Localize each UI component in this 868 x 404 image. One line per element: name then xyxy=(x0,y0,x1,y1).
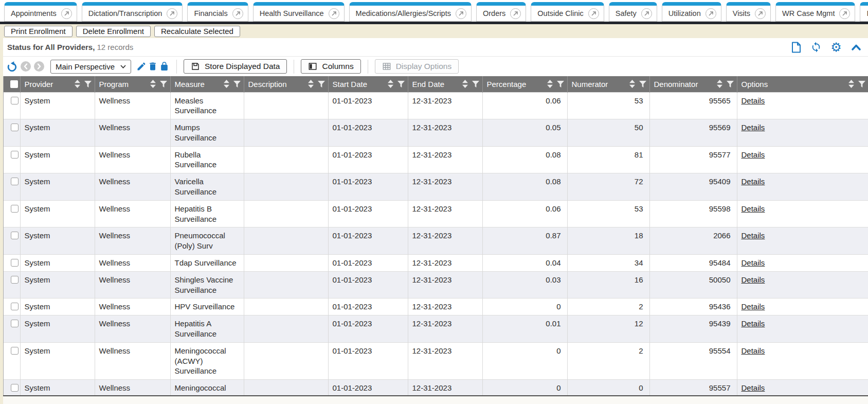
tab[interactable]: Appointments xyxy=(4,2,77,22)
row-checkbox[interactable] xyxy=(11,384,19,392)
row-checkbox[interactable] xyxy=(11,151,19,159)
details-link[interactable]: Details xyxy=(742,275,765,284)
sort-icon[interactable] xyxy=(308,80,314,88)
details-link[interactable]: Details xyxy=(742,319,765,328)
details-link[interactable]: Details xyxy=(742,258,765,267)
row-checkbox[interactable] xyxy=(11,276,19,284)
cell-numerator: 2 xyxy=(567,342,649,379)
perspective-select[interactable]: Main Perspective xyxy=(50,60,131,74)
row-checkbox[interactable] xyxy=(11,320,19,327)
table-row: System Wellness Tdap Surveillance 01-01-… xyxy=(4,255,868,272)
open-in-new-icon[interactable] xyxy=(61,8,72,19)
delete-enrollment-button[interactable]: Delete Enrollment xyxy=(76,26,151,37)
row-checkbox[interactable] xyxy=(11,205,19,213)
sort-icon[interactable] xyxy=(462,80,468,88)
edit-pencil-icon[interactable] xyxy=(136,61,147,72)
open-in-new-icon[interactable] xyxy=(588,8,599,19)
settings-gear-icon[interactable]: ⚙ xyxy=(830,42,842,53)
horizontal-scrollbar[interactable] xyxy=(0,395,868,404)
tab[interactable]: Utilization xyxy=(662,2,721,22)
row-checkbox[interactable] xyxy=(11,259,19,267)
details-link[interactable]: Details xyxy=(742,150,765,159)
sort-icon[interactable] xyxy=(388,80,393,88)
header-program[interactable]: Program xyxy=(95,76,170,92)
filter-funnel-icon[interactable] xyxy=(727,81,734,87)
filter-funnel-icon[interactable] xyxy=(397,81,405,87)
delete-trash-icon[interactable] xyxy=(147,61,158,72)
tab[interactable]: Medications/Allergies/Scripts xyxy=(349,2,472,22)
lock-icon[interactable] xyxy=(158,61,170,72)
forward-icon[interactable] xyxy=(34,61,44,72)
open-in-new-icon[interactable] xyxy=(839,8,850,19)
open-in-new-icon[interactable] xyxy=(641,8,652,19)
row-checkbox[interactable] xyxy=(11,232,19,239)
open-in-new-icon[interactable] xyxy=(706,8,716,19)
open-in-new-icon[interactable] xyxy=(329,8,339,19)
open-in-new-icon[interactable] xyxy=(755,8,766,19)
details-link[interactable]: Details xyxy=(742,383,765,392)
header-percentage[interactable]: Percentage xyxy=(482,76,567,92)
header-description[interactable]: Description xyxy=(244,76,328,92)
print-enrollment-button[interactable]: Print Enrollment xyxy=(4,26,73,37)
new-document-icon[interactable] xyxy=(790,42,802,53)
filter-funnel-icon[interactable] xyxy=(639,81,646,87)
details-link[interactable]: Details xyxy=(742,123,765,132)
tab[interactable]: Orders xyxy=(476,2,526,22)
undo-icon[interactable] xyxy=(6,61,17,72)
tab[interactable]: Safety xyxy=(609,2,657,22)
filter-funnel-icon[interactable] xyxy=(160,81,167,87)
tab[interactable]: Financials xyxy=(187,2,248,22)
filter-funnel-icon[interactable] xyxy=(318,81,325,87)
filter-funnel-icon[interactable] xyxy=(557,81,564,87)
refresh-icon[interactable] xyxy=(810,42,822,53)
open-in-new-icon[interactable] xyxy=(456,8,466,19)
sort-icon[interactable] xyxy=(547,80,553,88)
recalculate-selected-button[interactable]: Recalculate Selected xyxy=(154,26,240,37)
select-all-header[interactable] xyxy=(4,76,20,92)
details-link[interactable]: Details xyxy=(742,204,765,213)
details-link[interactable]: Details xyxy=(742,177,765,186)
row-checkbox[interactable] xyxy=(11,97,19,104)
collapse-chevron-up-icon[interactable] xyxy=(851,42,862,53)
header-options[interactable]: Options xyxy=(737,76,868,92)
sort-icon[interactable] xyxy=(717,80,722,88)
tab[interactable]: Visits xyxy=(726,2,771,22)
sort-icon[interactable] xyxy=(224,80,229,88)
header-end-date[interactable]: End Date xyxy=(408,76,482,92)
sort-icon[interactable] xyxy=(75,80,80,88)
display-options-button[interactable]: Display Options xyxy=(375,59,459,74)
tab[interactable]: Industrial H xyxy=(860,2,868,22)
header-numerator[interactable]: Numerator xyxy=(567,76,649,92)
open-in-new-icon[interactable] xyxy=(167,8,177,19)
open-in-new-icon[interactable] xyxy=(232,8,243,19)
header-start-date[interactable]: Start Date xyxy=(328,76,408,92)
select-all-checkbox[interactable] xyxy=(10,80,18,88)
store-displayed-data-button[interactable]: Store Displayed Data xyxy=(184,59,287,74)
filter-funnel-icon[interactable] xyxy=(472,81,479,87)
cell-numerator: 12 xyxy=(567,315,649,343)
tab[interactable]: Health Surveillance xyxy=(253,2,345,22)
tab[interactable]: WR Case Mgmt xyxy=(775,2,855,22)
row-checkbox[interactable] xyxy=(11,303,19,310)
tab[interactable]: Dictation/Transcription xyxy=(82,2,183,22)
filter-funnel-icon[interactable] xyxy=(858,81,865,87)
filter-funnel-icon[interactable] xyxy=(84,81,92,87)
back-icon[interactable] xyxy=(21,61,31,72)
row-checkbox[interactable] xyxy=(11,124,19,131)
columns-button[interactable]: Columns xyxy=(301,59,360,74)
header-measure[interactable]: Measure xyxy=(170,76,244,92)
row-checkbox[interactable] xyxy=(11,178,19,185)
details-link[interactable]: Details xyxy=(742,302,765,311)
row-checkbox[interactable] xyxy=(11,347,19,355)
filter-funnel-icon[interactable] xyxy=(233,81,241,87)
open-in-new-icon[interactable] xyxy=(510,8,521,19)
sort-icon[interactable] xyxy=(848,80,854,88)
details-link[interactable]: Details xyxy=(742,96,765,105)
details-link[interactable]: Details xyxy=(742,231,765,240)
header-denominator[interactable]: Denominator xyxy=(649,76,737,92)
sort-icon[interactable] xyxy=(629,80,635,88)
header-provider[interactable]: Provider xyxy=(20,76,95,92)
tab[interactable]: Outside Clinic xyxy=(531,2,604,22)
sort-icon[interactable] xyxy=(150,80,156,88)
details-link[interactable]: Details xyxy=(742,346,765,355)
